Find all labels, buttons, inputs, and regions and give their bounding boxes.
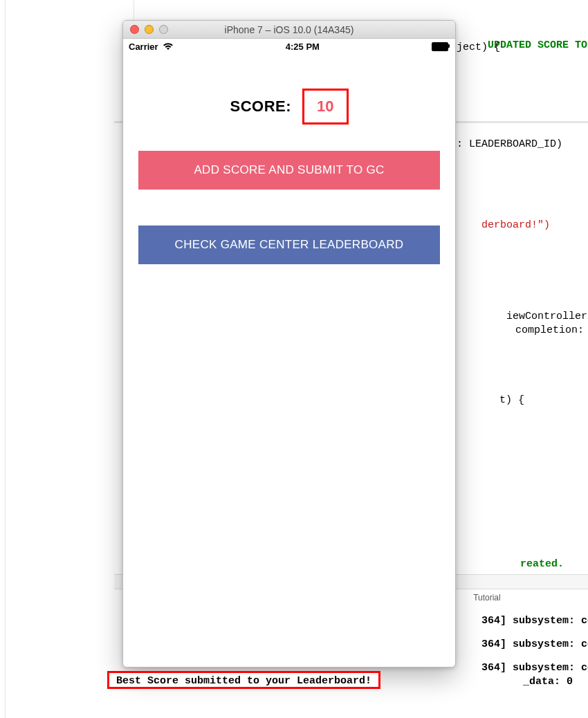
score-label: SCORE: xyxy=(230,98,291,116)
code-fragment: reated. xyxy=(520,558,564,570)
app-content: SCORE: 10 ADD SCORE AND SUBMIT TO GC CHE… xyxy=(123,54,455,264)
status-time: 4:25 PM xyxy=(286,42,320,52)
simulator-titlebar[interactable]: iPhone 7 – iOS 10.0 (14A345) xyxy=(123,21,455,39)
close-icon[interactable] xyxy=(130,25,139,34)
code-fragment: ject) { xyxy=(457,42,500,53)
editor-left-strip xyxy=(0,0,6,718)
code-fragment: completion: xyxy=(509,324,588,336)
ios-simulator-window: iPhone 7 – iOS 10.0 (14A345) Carrier 4:2… xyxy=(122,20,456,668)
check-leaderboard-button[interactable]: CHECK GAME CENTER LEADERBOARD xyxy=(138,225,440,264)
console-fragment: 364] subsystem: com. xyxy=(481,615,588,627)
score-value: 10 xyxy=(317,98,333,115)
ios-status-bar: Carrier 4:25 PM xyxy=(123,39,455,54)
carrier-label: Carrier xyxy=(129,42,158,52)
minimize-icon[interactable] xyxy=(145,25,154,34)
debug-panel-header-label: Tutorial xyxy=(473,593,501,602)
code-fragment: derboard!") xyxy=(481,219,550,231)
zoom-icon[interactable] xyxy=(159,25,168,34)
wifi-icon xyxy=(163,42,174,50)
console-highlight-line: Best Score submitted to your Leaderboard… xyxy=(107,671,380,689)
console-fragment: _data: 0 xyxy=(523,676,573,688)
add-score-button[interactable]: ADD SCORE AND SUBMIT TO GC xyxy=(138,151,440,190)
score-highlight-box: 10 xyxy=(302,89,348,125)
code-fragment: t) { xyxy=(499,394,524,406)
console-fragment: 364] subsystem: com. xyxy=(481,638,588,650)
window-traffic-lights xyxy=(130,25,168,34)
score-row: SCORE: 10 xyxy=(138,89,440,125)
battery-icon xyxy=(432,42,450,50)
simulator-title: iPhone 7 – iOS 10.0 (14A345) xyxy=(123,24,455,35)
code-fragment: : LEADERBOARD_ID) xyxy=(457,138,562,150)
